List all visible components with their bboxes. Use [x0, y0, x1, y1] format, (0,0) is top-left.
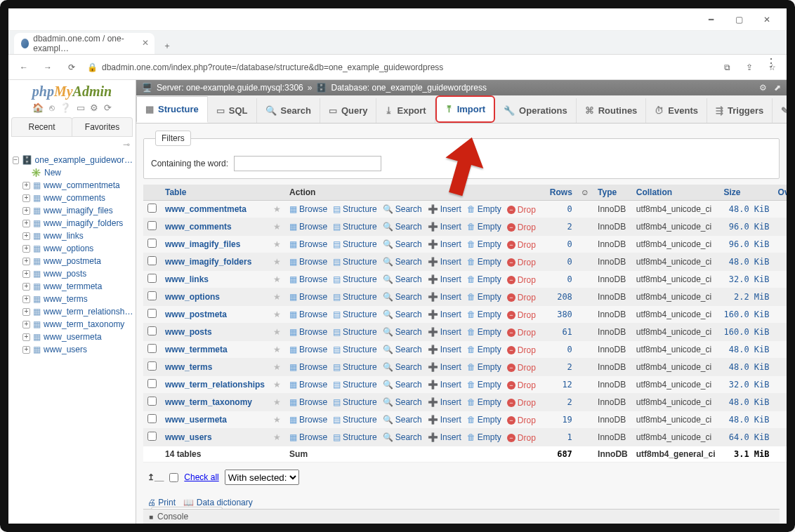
share-icon[interactable]: ⇪: [742, 60, 757, 75]
drop-link[interactable]: −Drop: [507, 222, 536, 232]
tree-table-link[interactable]: www_links: [44, 231, 84, 241]
browse-link[interactable]: ▦Browse: [289, 415, 327, 425]
browse-link[interactable]: ▦Browse: [289, 345, 327, 354]
empty-link[interactable]: 🗑Empty: [467, 222, 501, 232]
tree-expand-icon[interactable]: +: [22, 346, 30, 354]
drop-link[interactable]: −Drop: [507, 275, 536, 285]
tree-new-link[interactable]: New: [44, 168, 61, 178]
browse-link[interactable]: ▦Browse: [289, 327, 327, 337]
col-collation[interactable]: Collation: [632, 185, 720, 201]
structure-link[interactable]: ▤Structure: [333, 327, 377, 337]
structure-link[interactable]: ▤Structure: [333, 397, 377, 407]
table-name-link[interactable]: www_termmeta: [165, 345, 228, 354]
tab-search[interactable]: 🔍Search: [257, 98, 320, 123]
col-type[interactable]: Type: [593, 185, 632, 201]
search-link[interactable]: 🔍Search: [383, 204, 422, 214]
table-name-link[interactable]: www_users: [165, 432, 212, 442]
table-name-link[interactable]: www_postmeta: [165, 310, 227, 319]
favorite-star-icon[interactable]: ★: [273, 345, 281, 354]
table-name-link[interactable]: www_comments: [165, 222, 232, 232]
browse-link[interactable]: ▦Browse: [289, 257, 327, 267]
maximize-button[interactable]: ▢: [725, 10, 753, 29]
tree-expand-icon[interactable]: +: [22, 245, 30, 253]
reload-nav-icon[interactable]: ⟳: [104, 102, 112, 113]
sidebar-tab-favorites[interactable]: Favorites: [72, 117, 133, 136]
tab-sql[interactable]: ▭SQL: [208, 98, 257, 123]
row-checkbox[interactable]: [147, 379, 157, 388]
insert-link[interactable]: ➕Insert: [428, 204, 461, 214]
tab-close-button[interactable]: ✕: [142, 38, 149, 48]
drop-link[interactable]: −Drop: [507, 433, 536, 443]
structure-link[interactable]: ▤Structure: [333, 257, 377, 267]
tree-table-link[interactable]: www_imagify_files: [44, 206, 113, 215]
table-name-link[interactable]: www_imagify_folders: [165, 257, 251, 267]
page-up-icon[interactable]: ⬈: [774, 83, 781, 93]
search-link[interactable]: 🔍Search: [383, 327, 422, 337]
tab-routines[interactable]: ⌘Routines: [577, 98, 647, 123]
insert-link[interactable]: ➕Insert: [428, 239, 461, 249]
col-table[interactable]: Table: [161, 185, 269, 201]
drop-link[interactable]: −Drop: [507, 310, 536, 320]
tree-table-link[interactable]: www_term_relationsh…: [44, 307, 133, 317]
browse-link[interactable]: ▦Browse: [289, 432, 327, 442]
row-checkbox[interactable]: [147, 326, 157, 335]
search-link[interactable]: 🔍Search: [383, 310, 422, 319]
table-name-link[interactable]: www_terms: [165, 362, 212, 372]
col-overhead[interactable]: Overhead: [774, 185, 787, 201]
insert-link[interactable]: ➕Insert: [428, 345, 461, 354]
empty-link[interactable]: 🗑Empty: [467, 415, 501, 425]
settings-icon[interactable]: ⚙: [90, 102, 98, 113]
favorite-star-icon[interactable]: ★: [273, 380, 281, 390]
forward-button[interactable]: →: [39, 59, 56, 76]
empty-link[interactable]: 🗑Empty: [467, 292, 501, 302]
minimize-button[interactable]: ━: [697, 10, 725, 29]
logout-icon[interactable]: ⎋: [49, 102, 55, 113]
search-link[interactable]: 🔍Search: [383, 257, 422, 267]
insert-link[interactable]: ➕Insert: [428, 310, 461, 319]
browse-link[interactable]: ▦Browse: [289, 380, 327, 390]
crumb-server[interactable]: Server: one-example.guide.mysql:3306: [157, 83, 303, 93]
row-checkbox[interactable]: [147, 309, 157, 318]
search-link[interactable]: 🔍Search: [383, 362, 422, 372]
favorite-star-icon[interactable]: ★: [273, 362, 281, 372]
back-button[interactable]: ←: [15, 59, 32, 76]
search-link[interactable]: 🔍Search: [383, 415, 422, 425]
tree-collapse-icon[interactable]: −: [13, 157, 19, 164]
empty-link[interactable]: 🗑Empty: [467, 397, 501, 407]
drop-link[interactable]: −Drop: [507, 205, 536, 215]
structure-link[interactable]: ▤Structure: [333, 310, 377, 319]
insert-link[interactable]: ➕Insert: [428, 362, 461, 372]
filters-input[interactable]: [234, 156, 381, 171]
row-checkbox[interactable]: [147, 397, 157, 406]
browse-link[interactable]: ▦Browse: [289, 362, 327, 372]
insert-link[interactable]: ➕Insert: [428, 432, 461, 442]
row-checkbox[interactable]: [147, 291, 157, 300]
empty-link[interactable]: 🗑Empty: [467, 204, 501, 214]
row-checkbox[interactable]: [147, 221, 157, 230]
insert-link[interactable]: ➕Insert: [428, 397, 461, 407]
print-link[interactable]: 🖨 Print: [147, 498, 176, 507]
structure-link[interactable]: ▤Structure: [333, 222, 377, 232]
search-link[interactable]: 🔍Search: [383, 345, 422, 354]
tree-expand-icon[interactable]: +: [22, 207, 30, 215]
empty-link[interactable]: 🗑Empty: [467, 310, 501, 319]
favorite-star-icon[interactable]: ★: [273, 274, 281, 284]
browse-link[interactable]: ▦Browse: [289, 397, 327, 407]
insert-link[interactable]: ➕Insert: [428, 274, 461, 284]
browser-tab[interactable]: dbadmin.one.com / one-exampl… ✕: [14, 33, 155, 54]
insert-link[interactable]: ➕Insert: [428, 292, 461, 302]
sidebar-tab-recent[interactable]: Recent: [11, 117, 72, 136]
drop-link[interactable]: −Drop: [507, 345, 536, 355]
collapse-tree-icon[interactable]: ⊸: [123, 140, 130, 149]
browse-link[interactable]: ▦Browse: [289, 274, 327, 284]
structure-link[interactable]: ▤Structure: [333, 415, 377, 425]
row-checkbox[interactable]: [147, 256, 157, 265]
tree-expand-icon[interactable]: +: [22, 194, 30, 202]
empty-link[interactable]: 🗑Empty: [467, 432, 501, 442]
row-checkbox[interactable]: [147, 361, 157, 371]
insert-link[interactable]: ➕Insert: [428, 222, 461, 232]
search-link[interactable]: 🔍Search: [383, 397, 422, 407]
col-size[interactable]: Size: [719, 185, 773, 201]
url-display[interactable]: 🔒 dbadmin.one.com/index.php?route=/datab…: [87, 62, 712, 72]
tree-expand-icon[interactable]: +: [22, 270, 30, 278]
